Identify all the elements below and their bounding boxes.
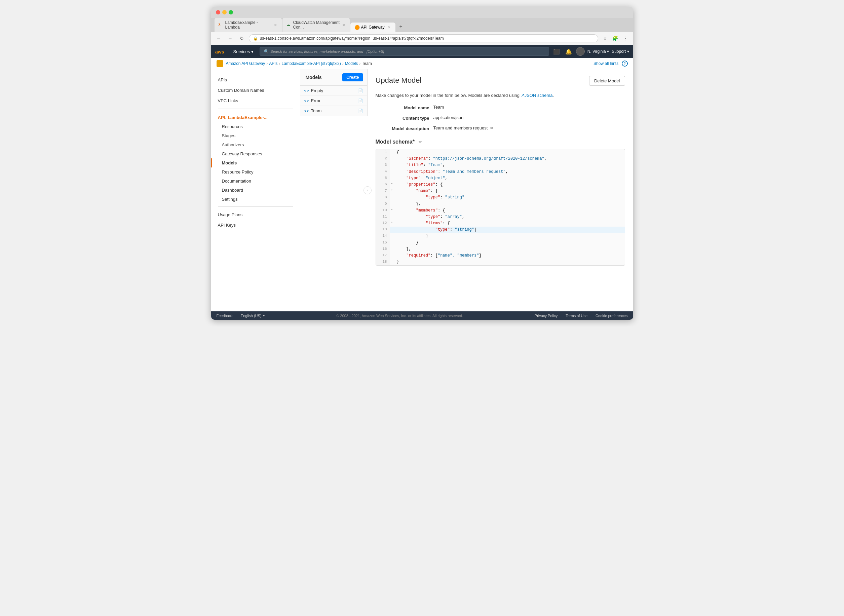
aws-search-bar[interactable]: 🔍 Search for services, features, marketp… bbox=[259, 47, 549, 56]
profile-avatar[interactable] bbox=[576, 47, 585, 56]
models-panel: Models Create <> Empty 📄 <> Error 📄 <> T… bbox=[300, 69, 368, 116]
search-icon: 🔍 bbox=[263, 49, 268, 54]
services-menu-button[interactable]: Services ▾ bbox=[230, 45, 257, 58]
sidebar-item-vpc-links[interactable]: VPC Links bbox=[211, 95, 300, 106]
cookie-prefs-link[interactable]: Cookie preferences bbox=[595, 314, 627, 318]
tab-apigateway-close[interactable]: ✕ bbox=[387, 25, 391, 29]
model-description-label: Model description bbox=[376, 125, 429, 131]
terminal-icon[interactable]: ⬛ bbox=[552, 48, 561, 55]
collapse-icon bbox=[390, 169, 394, 175]
delete-model-button[interactable]: Delete Model bbox=[589, 76, 625, 86]
line-content: "type": "string"| bbox=[394, 227, 625, 233]
sidebar-item-apis[interactable]: APIs bbox=[211, 75, 300, 85]
model-item-empty[interactable]: <> Empty 📄 bbox=[300, 86, 367, 96]
code-line: 7▾ "name": { bbox=[376, 188, 625, 194]
sidebar-item-dashboard[interactable]: Dashboard bbox=[211, 186, 300, 195]
support-menu[interactable]: Support ▾ bbox=[612, 49, 629, 54]
lock-icon: 🔒 bbox=[253, 36, 258, 41]
address-bar[interactable]: 🔒 us-east-1.console.aws.amazon.com/apiga… bbox=[249, 34, 598, 43]
sidebar-item-custom-domain-names[interactable]: Custom Domain Names bbox=[211, 85, 300, 95]
copyright-text: © 2008 - 2021, Amazon Web Services, Inc.… bbox=[273, 314, 527, 318]
terms-of-use-link[interactable]: Terms of Use bbox=[566, 314, 588, 318]
close-button[interactable] bbox=[216, 10, 220, 15]
new-tab-button[interactable]: + bbox=[396, 21, 406, 32]
sidebar-item-api-keys[interactable]: API Keys bbox=[211, 220, 300, 230]
breadcrumb-models-link[interactable]: Models bbox=[345, 61, 358, 66]
maximize-button[interactable] bbox=[229, 10, 233, 15]
collapse-icon bbox=[390, 162, 394, 169]
description-text: Make changes to your model in the form b… bbox=[376, 93, 625, 98]
model-item-team[interactable]: <> Team 📄 bbox=[300, 106, 367, 116]
breadcrumb-service-link[interactable]: Amazon API Gateway bbox=[226, 61, 265, 66]
line-number: 4 bbox=[376, 169, 390, 175]
sidebar-item-resource-policy[interactable]: Resource Policy bbox=[211, 167, 300, 176]
collapse-icon[interactable]: ▾ bbox=[390, 207, 394, 214]
sidebar-item-gateway-responses[interactable]: Gateway Responses bbox=[211, 149, 300, 158]
line-content: }, bbox=[394, 201, 625, 207]
line-content: }, bbox=[394, 246, 625, 252]
sidebar-item-authorizers[interactable]: Authorizers bbox=[211, 140, 300, 149]
model-item-error[interactable]: <> Error 📄 bbox=[300, 96, 367, 106]
tab-cloudwatch-icon: ☁ bbox=[286, 22, 291, 27]
sidebar-item-models[interactable]: Models bbox=[211, 158, 300, 167]
forward-button[interactable]: → bbox=[226, 34, 235, 43]
tab-lambda-close[interactable]: ✕ bbox=[273, 22, 277, 27]
sidebar-item-usage-plans[interactable]: Usage Plans bbox=[211, 210, 300, 220]
sidebar-item-documentation[interactable]: Documentation bbox=[211, 176, 300, 186]
sidebar-item-resources[interactable]: Resources bbox=[211, 122, 300, 131]
model-name-row: Model name Team bbox=[376, 104, 625, 110]
collapse-icon[interactable]: ▾ bbox=[390, 188, 394, 194]
feedback-link[interactable]: Feedback bbox=[217, 314, 233, 318]
tab-cloudwatch[interactable]: ☁ CloudWatch Management Con... ✕ bbox=[283, 18, 350, 32]
aws-logo: aws bbox=[215, 47, 229, 56]
language-selector[interactable]: English (US) ▾ bbox=[241, 313, 265, 318]
model-description-row: Model description Team and members reque… bbox=[376, 125, 625, 131]
line-number: 12 bbox=[376, 220, 390, 227]
extensions-button[interactable]: 🧩 bbox=[611, 34, 620, 43]
tab-cloudwatch-close[interactable]: ✕ bbox=[341, 22, 345, 27]
create-model-button[interactable]: Create bbox=[342, 73, 363, 81]
tab-lambda[interactable]: λ LambdaExample - Lambda ✕ bbox=[214, 18, 282, 32]
line-number: 16 bbox=[376, 246, 390, 252]
sidebar-api-label: API: LambdaExample-... bbox=[211, 111, 300, 122]
sidebar-item-stages[interactable]: Stages bbox=[211, 131, 300, 140]
line-content: "type": "string" bbox=[394, 194, 625, 201]
service-logo bbox=[217, 60, 223, 67]
model-name-empty: Empty bbox=[311, 88, 357, 93]
sidebar-item-settings[interactable]: Settings bbox=[211, 195, 300, 204]
breadcrumb-apis-link[interactable]: APIs bbox=[269, 61, 277, 66]
collapse-icon[interactable]: ▾ bbox=[390, 220, 394, 227]
line-number: 10 bbox=[376, 207, 390, 214]
refresh-button[interactable]: ↻ bbox=[237, 34, 246, 43]
collapse-icon[interactable]: ▾ bbox=[390, 182, 394, 188]
show-hints-link[interactable]: Show all hints bbox=[593, 61, 618, 66]
json-schema-link[interactable]: ↗JSON schema bbox=[521, 93, 553, 98]
code-editor[interactable]: 1{2 "$schema": "https://json-schema.org/… bbox=[376, 149, 625, 265]
privacy-policy-link[interactable]: Privacy Policy bbox=[535, 314, 558, 318]
svg-text:aws: aws bbox=[215, 49, 224, 54]
edit-schema-icon[interactable]: ✏ bbox=[419, 139, 422, 144]
collapse-icon bbox=[390, 240, 394, 246]
breadcrumb-api-link[interactable]: LambdaExample-API (st7qtqfxi2) bbox=[282, 61, 341, 66]
code-line: 13 "type": "string"| bbox=[376, 227, 625, 233]
edit-description-icon[interactable]: ✏ bbox=[490, 126, 494, 131]
minimize-button[interactable] bbox=[222, 10, 227, 15]
line-number: 15 bbox=[376, 240, 390, 246]
breadcrumb-hints: Show all hints ? bbox=[593, 60, 627, 67]
back-button[interactable]: ← bbox=[214, 34, 223, 43]
tab-apigateway[interactable]: 🟠 API Gateway ✕ bbox=[350, 22, 396, 32]
collapse-panel-button[interactable]: ‹ bbox=[363, 186, 372, 194]
menu-button[interactable]: ⋮ bbox=[621, 34, 630, 43]
line-content: "members": { bbox=[394, 207, 625, 214]
schema-icon-error: 📄 bbox=[358, 98, 363, 103]
breadcrumb-bar: Amazon API Gateway › APIs › LambdaExampl… bbox=[211, 58, 633, 69]
model-description-value: Team and members request ✏ bbox=[434, 125, 494, 131]
bell-icon[interactable]: 🔔 bbox=[564, 48, 573, 55]
page-title: Update Model bbox=[376, 76, 422, 85]
breadcrumb-current: Team bbox=[362, 61, 372, 66]
bookmark-button[interactable]: ☆ bbox=[601, 34, 610, 43]
main-layout: APIs Custom Domain Names VPC Links API: … bbox=[211, 69, 633, 311]
help-icon[interactable]: ? bbox=[622, 60, 628, 67]
tab-lambda-label: LambdaExample - Lambda bbox=[225, 20, 271, 29]
region-selector[interactable]: N. Virginia ▾ bbox=[588, 49, 609, 54]
